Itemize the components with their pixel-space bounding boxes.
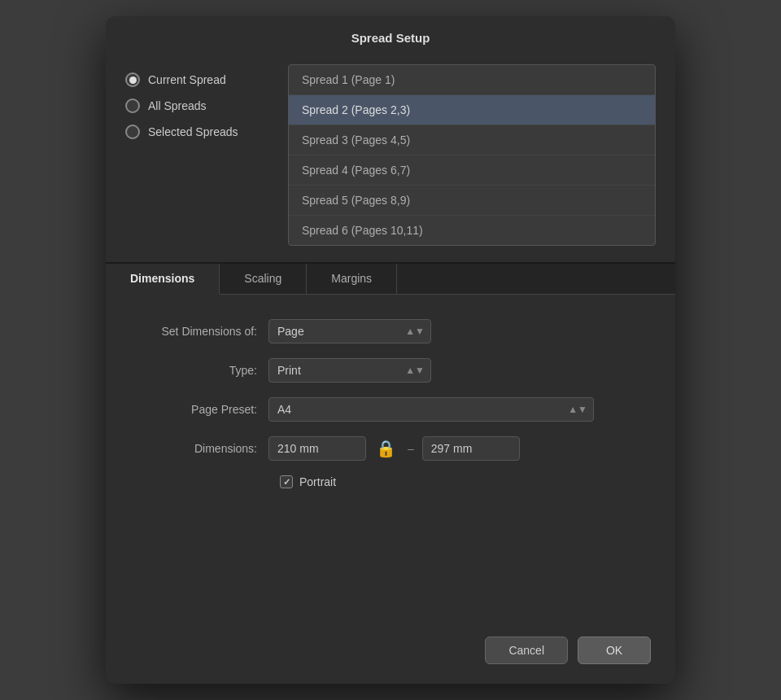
button-row: Cancel OK: [106, 620, 675, 684]
dash-separator: –: [408, 442, 414, 455]
set-dimensions-label: Set Dimensions of:: [138, 325, 268, 338]
page-preset-select[interactable]: A4 A3 A5 Letter Legal Custom: [268, 397, 594, 422]
spread-setup-dialog: Spread Setup Current SpreadAll SpreadsSe…: [106, 16, 675, 684]
ok-button[interactable]: OK: [578, 637, 651, 664]
radio-circle-all-spreads: [125, 98, 140, 113]
type-select[interactable]: Print Web Mobile: [268, 358, 431, 383]
portrait-label: Portrait: [299, 475, 336, 488]
spread-list-item[interactable]: Spread 1 (Page 1): [289, 65, 655, 95]
tab-margins[interactable]: Margins: [307, 264, 397, 294]
cancel-button[interactable]: Cancel: [485, 637, 568, 664]
radio-item-current-spread[interactable]: Current Spread: [125, 72, 272, 87]
dimensions-inputs: 🔒 –: [268, 436, 520, 461]
spread-list-container: Spread 1 (Page 1)Spread 2 (Pages 2,3)Spr…: [288, 64, 656, 246]
page-preset-row: Page Preset: A4 A3 A5 Letter Legal Custo…: [138, 397, 643, 422]
type-wrapper: Print Web Mobile ▲▼: [268, 358, 431, 383]
radio-label-all-spreads: All Spreads: [148, 99, 207, 112]
type-row: Type: Print Web Mobile ▲▼: [138, 358, 643, 383]
type-label: Type:: [138, 364, 268, 377]
page-preset-wrapper: A4 A3 A5 Letter Legal Custom ▲▼: [268, 397, 594, 422]
spread-list-item[interactable]: Spread 6 (Pages 10,11): [289, 216, 655, 245]
radio-item-all-spreads[interactable]: All Spreads: [125, 98, 272, 113]
portrait-checkbox[interactable]: [280, 475, 293, 488]
tab-dimensions[interactable]: Dimensions: [106, 264, 220, 295]
spread-list[interactable]: Spread 1 (Page 1)Spread 2 (Pages 2,3)Spr…: [289, 65, 655, 245]
dimensions-label: Dimensions:: [138, 442, 268, 455]
radio-label-current-spread: Current Spread: [148, 73, 226, 86]
radio-item-selected-spreads[interactable]: Selected Spreads: [125, 125, 272, 139]
top-section: Current SpreadAll SpreadsSelected Spread…: [106, 56, 675, 262]
radio-label-selected-spreads: Selected Spreads: [148, 125, 238, 138]
dialog-title: Spread Setup: [106, 16, 675, 56]
set-dimensions-wrapper: Page Spread ▲▼: [268, 319, 431, 343]
radio-circle-selected-spreads: [125, 125, 140, 139]
spacer: [106, 567, 675, 620]
dimensions-row: Dimensions: 🔒 –: [138, 436, 643, 461]
tab-scaling[interactable]: Scaling: [220, 264, 307, 294]
radio-circle-current-spread: [125, 72, 140, 87]
spread-list-item[interactable]: Spread 3 (Pages 4,5): [289, 125, 655, 155]
spread-list-item[interactable]: Spread 4 (Pages 6,7): [289, 155, 655, 186]
content-section: Set Dimensions of: Page Spread ▲▼ Type: …: [106, 295, 675, 567]
portrait-checkbox-item[interactable]: Portrait: [280, 475, 336, 488]
spread-list-item[interactable]: Spread 5 (Pages 8,9): [289, 186, 655, 216]
set-dimensions-select[interactable]: Page Spread: [268, 319, 431, 343]
portrait-row: Portrait: [280, 475, 643, 488]
lock-icon[interactable]: 🔒: [376, 439, 396, 458]
radio-group: Current SpreadAll SpreadsSelected Spread…: [125, 64, 272, 246]
spread-list-item[interactable]: Spread 2 (Pages 2,3): [289, 95, 655, 125]
set-dimensions-row: Set Dimensions of: Page Spread ▲▼: [138, 319, 643, 343]
page-preset-label: Page Preset:: [138, 403, 268, 416]
height-input[interactable]: [422, 436, 520, 461]
width-input[interactable]: [268, 436, 366, 461]
tabs-row: DimensionsScalingMargins: [106, 264, 675, 295]
